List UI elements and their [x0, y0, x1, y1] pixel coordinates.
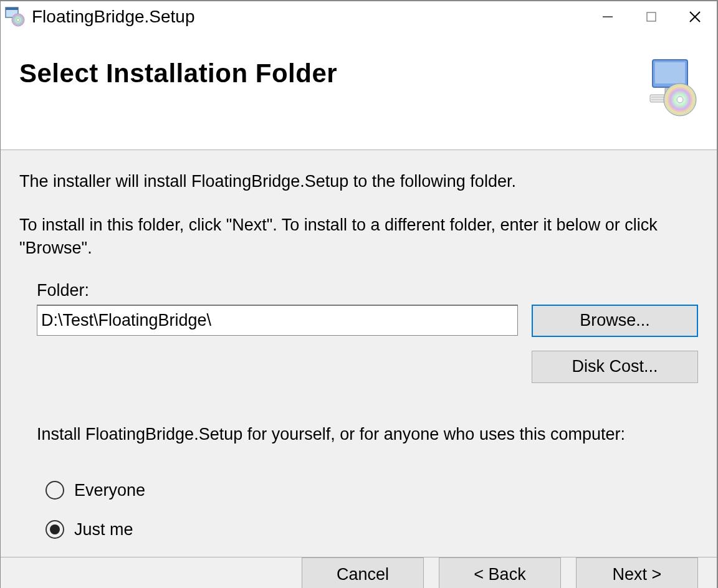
folder-label: Folder: — [37, 279, 698, 301]
radio-just-me-label: Just me — [74, 518, 133, 541]
close-button[interactable] — [673, 1, 717, 32]
installer-window: FloatingBridge.Setup Select Installation… — [0, 0, 718, 588]
footer: Cancel < Back Next > — [1, 557, 717, 588]
titlebar: FloatingBridge.Setup — [1, 1, 717, 32]
svg-rect-1 — [6, 7, 18, 10]
back-button[interactable]: < Back — [439, 557, 561, 588]
header: Select Installation Folder — [1, 32, 717, 149]
folder-input[interactable] — [37, 305, 518, 336]
folder-row: Browse... Disk Cost... — [37, 305, 698, 383]
page-title: Select Installation Folder — [19, 59, 337, 88]
description-1: The installer will install FloatingBridg… — [19, 170, 698, 192]
app-icon — [4, 6, 26, 27]
radio-just-me[interactable]: Just me — [45, 518, 698, 541]
radio-circle-checked-icon — [45, 520, 64, 539]
radio-everyone[interactable]: Everyone — [45, 479, 698, 501]
next-button[interactable]: Next > — [576, 557, 698, 588]
folder-section: Folder: Browse... Disk Cost... — [19, 279, 698, 382]
svg-line-7 — [690, 12, 700, 22]
install-for-prompt: Install FloatingBridge.Setup for yoursel… — [37, 423, 698, 445]
svg-line-8 — [690, 12, 700, 22]
installer-icon — [633, 56, 697, 117]
cancel-button[interactable]: Cancel — [302, 557, 424, 588]
body: The installer will install FloatingBridg… — [1, 149, 717, 557]
radio-everyone-label: Everyone — [74, 479, 145, 501]
maximize-button[interactable] — [629, 1, 673, 32]
disk-cost-button[interactable]: Disk Cost... — [532, 351, 698, 383]
svg-point-4 — [17, 19, 20, 22]
minimize-button[interactable] — [586, 1, 629, 32]
svg-rect-10 — [655, 62, 685, 83]
svg-point-16 — [677, 97, 683, 103]
description-2: To install in this folder, click "Next".… — [19, 214, 698, 259]
browse-button[interactable]: Browse... — [532, 305, 698, 337]
install-for-section: Install FloatingBridge.Setup for yoursel… — [19, 423, 698, 557]
radio-circle-icon — [45, 481, 64, 500]
svg-rect-6 — [647, 12, 656, 21]
window-title: FloatingBridge.Setup — [32, 7, 195, 27]
